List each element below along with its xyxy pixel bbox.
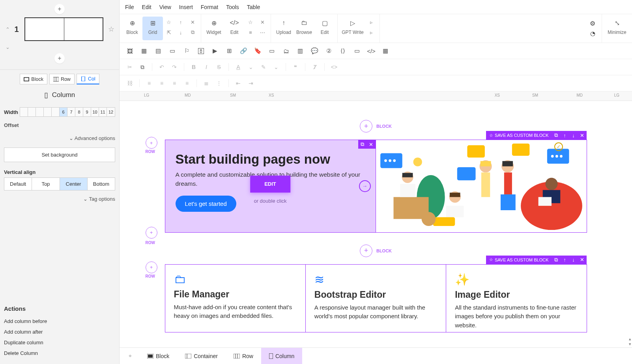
undo-icon[interactable]: ↶	[157, 62, 166, 72]
clear-format-icon[interactable]: T̷	[310, 62, 320, 72]
vertical-align-default[interactable]: Default	[4, 178, 32, 190]
browser-icon[interactable]: ▭	[352, 46, 362, 56]
add-block-middle-button[interactable]: +	[360, 245, 372, 257]
menu-tools[interactable]: Tools	[226, 4, 239, 10]
star-icon[interactable]: ☆	[107, 25, 116, 34]
block-tool[interactable]: ⊕ Block	[122, 17, 142, 40]
export-tool-icon[interactable]: ⇱	[165, 28, 173, 37]
code-inline-icon[interactable]: <>	[329, 62, 339, 72]
image-icon[interactable]: 🖼	[125, 46, 135, 56]
gpt-alt1-icon[interactable]: ▹	[367, 18, 376, 26]
hero-left-column[interactable]: ⧉ ✕ Start building pages now A complete …	[165, 140, 376, 232]
text-color-dropdown-icon[interactable]: ⌄	[246, 62, 256, 72]
width-cell-0[interactable]	[20, 108, 28, 116]
close-tool-icon[interactable]: ✕	[188, 18, 197, 26]
widget-edit-tool[interactable]: </> Edit	[224, 17, 245, 40]
action-3[interactable]: Delete Column	[4, 348, 115, 358]
move-down-block-icon[interactable]: ↓	[569, 131, 578, 140]
duplicate-block-icon[interactable]: ⧉	[552, 131, 561, 140]
width-cell-4[interactable]	[52, 108, 60, 116]
next-column-arrow-icon[interactable]: →	[359, 180, 371, 192]
align-justify-icon[interactable]: ≡	[182, 78, 192, 88]
arrow-down-icon[interactable]: ↓	[176, 28, 185, 37]
width-cell-1[interactable]	[28, 108, 36, 116]
upload-tool[interactable]: ↑ Upload	[273, 17, 294, 40]
target-icon[interactable]: ⌖	[125, 351, 135, 361]
html-icon[interactable]: </>	[366, 46, 376, 56]
add-row-button-bottom[interactable]: +	[146, 227, 157, 239]
save-custom-block-button[interactable]: ☆ SAVE AS CUSTOM BLOCK	[486, 131, 552, 140]
menu-insert[interactable]: Insert	[179, 4, 193, 10]
unlink-icon[interactable]: ⛓	[125, 78, 135, 88]
arrow-up-icon[interactable]: ↑	[176, 18, 185, 26]
action-2[interactable]: Duplicate column	[4, 337, 115, 348]
add-block-top-button[interactable]: +	[360, 120, 372, 133]
vertical-align-top[interactable]: Top	[32, 178, 60, 190]
flag-icon[interactable]: ⚐	[182, 46, 191, 56]
breadcrumb-container[interactable]: Container	[177, 348, 226, 364]
action-1[interactable]: Add column after	[4, 327, 115, 337]
bold-box-icon[interactable]: 🄱	[196, 46, 206, 56]
video-icon[interactable]: ▶	[210, 46, 220, 56]
add-row-button-2[interactable]: +	[146, 261, 157, 273]
vertical-align-center[interactable]: Center	[60, 178, 88, 190]
feature-column-1[interactable]: ≋Bootstrap EditorA responsive layout man…	[306, 265, 446, 332]
hero-cta-button[interactable]: Let's get started	[176, 196, 236, 212]
move-up-block-icon[interactable]: ↑	[561, 131, 569, 140]
width-selector[interactable]: 6789101112	[20, 107, 115, 117]
add-slide-top-button[interactable]: +	[54, 4, 65, 14]
text-color-icon[interactable]: A	[234, 62, 243, 72]
highlight-icon[interactable]: ✎	[259, 62, 268, 72]
strike-icon[interactable]: S	[214, 62, 224, 72]
outdent-icon[interactable]: ⇤	[234, 78, 243, 88]
width-cell-7[interactable]: 8	[75, 108, 83, 116]
star-tool-icon[interactable]: ☆	[165, 18, 173, 26]
highlight-dropdown-icon[interactable]: ⌄	[271, 62, 281, 72]
breadcrumb-column[interactable]: Column	[261, 348, 302, 364]
width-cell-6[interactable]: 7	[67, 108, 75, 116]
minimize-button[interactable]: ⤡ Minimize	[604, 17, 630, 40]
copy-icon[interactable]: ⧉	[138, 62, 147, 72]
image-edit-tool[interactable]: ▢ Edit	[314, 17, 335, 40]
slide-next-arrows[interactable]: ⌄	[3, 44, 12, 50]
gear-icon[interactable]: ⚙	[588, 19, 597, 28]
comment-icon[interactable]: 💬	[310, 46, 319, 56]
feature-column-2[interactable]: ✨Image EditorAll the standard instrument…	[446, 265, 586, 332]
add-row-button-top[interactable]: +	[146, 137, 157, 149]
action-0[interactable]: Add column before	[4, 316, 115, 327]
align-right-icon[interactable]: ≡	[170, 78, 179, 88]
width-cell-5[interactable]: 6	[60, 108, 67, 116]
delete-block-icon[interactable]: ✕	[578, 131, 587, 140]
layout-icon[interactable]: ▤	[153, 46, 163, 56]
more-widget-icon[interactable]: ⋯	[258, 28, 267, 37]
gpt-write-tool[interactable]: ▷ GPT Write	[340, 17, 365, 40]
list-unordered-icon[interactable]: ⋮	[214, 78, 224, 88]
width-cell-2[interactable]	[36, 108, 44, 116]
copy-tool-icon[interactable]: ⧉	[188, 28, 197, 37]
move-down-block-icon-2[interactable]: ↓	[569, 256, 578, 264]
edit-column-button[interactable]: EDIT	[250, 175, 290, 192]
delete-column-icon[interactable]: ✕	[367, 140, 376, 149]
width-cell-3[interactable]	[44, 108, 52, 116]
list-ordered-icon[interactable]: ≣	[202, 78, 211, 88]
grid-tool[interactable]: ⊞ Grid	[142, 17, 163, 40]
panel-icon[interactable]: ▥	[295, 46, 305, 56]
menu-view[interactable]: View	[159, 4, 171, 10]
scope-tab-block[interactable]: Block	[20, 74, 47, 84]
browse-tool[interactable]: 🗀 Browse	[294, 17, 314, 40]
menu-edit[interactable]: Edit	[142, 4, 151, 10]
canvas[interactable]: + BLOCK ☆ SAVE AS CUSTOM BLOCK ⧉ ↑ ↓ ✕ +…	[120, 101, 632, 347]
duplicate-column-icon[interactable]: ⧉	[358, 140, 367, 149]
redo-icon[interactable]: ↷	[170, 62, 179, 72]
width-cell-9[interactable]: 10	[91, 108, 99, 116]
delete-block-icon-2[interactable]: ✕	[578, 256, 587, 264]
scope-tab-row[interactable]: Row	[49, 74, 75, 84]
feature-column-0[interactable]: 🗀File ManagerMust-have add-on if you cre…	[165, 265, 306, 332]
align-left-icon[interactable]: ≡	[144, 78, 154, 88]
slide-thumbnail[interactable]	[24, 17, 103, 41]
breadcrumb-row[interactable]: Row	[226, 348, 261, 364]
close-widget-icon[interactable]: ✕	[258, 18, 267, 26]
width-cell-11[interactable]: 12	[107, 108, 115, 116]
width-cell-8[interactable]: 9	[83, 108, 91, 116]
align-widget-icon[interactable]: ≡	[246, 28, 255, 37]
